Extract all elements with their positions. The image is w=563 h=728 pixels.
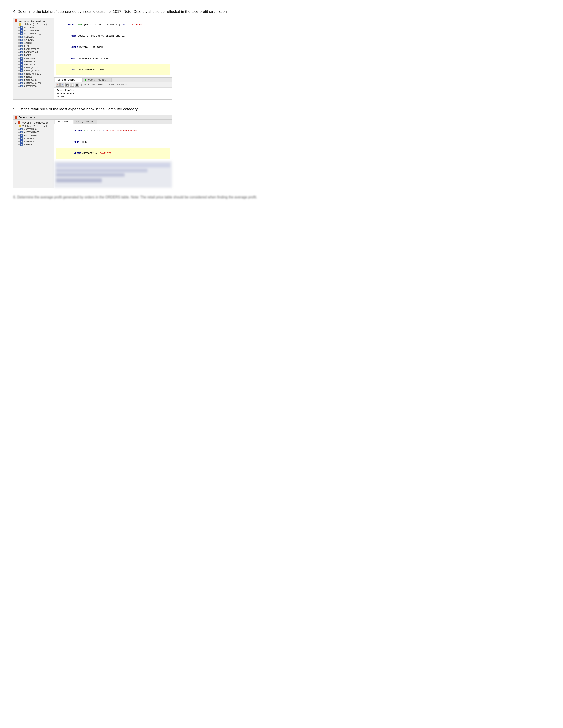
connection-icon3: ⊟	[15, 122, 16, 124]
sql-panel-2: Worksheet Query Builder SELECT MIN(RETAI…	[54, 120, 172, 188]
tree2-item: ⊞▦AUTHOR	[13, 143, 54, 146]
connections-header: Connections	[13, 115, 172, 120]
script-output-tab[interactable]: Script Output ✕	[55, 78, 83, 82]
bottom-panel-1: Script Output ✕ ▶ Query Result ✕ ★ ✎ 💾 📋…	[54, 77, 172, 99]
tables-filtered-2: ⊟ Tables (Filtered)	[13, 125, 54, 128]
sql-line1: SELECT SUM((RETAIL-COST) * QUANTITY) AS …	[56, 19, 170, 30]
tree2-item: ⊞▦ACCTMANAGER_	[13, 134, 54, 137]
tree-panel-1: cavers- Connection ⊟ Tables (Filtered) ⊞…	[13, 18, 54, 100]
sql2-line1: SELECT MIN(RETAIL) AS "Least Expensive B…	[56, 125, 170, 137]
result-dashes: ------------	[56, 92, 170, 95]
tree-item: ⊞▦COMMRATE	[13, 60, 54, 63]
tree-item-contacts: ⊞▦CONTACTS	[13, 63, 54, 66]
sql-line2: FROM BOOKS B, ORDERS O, ORDERITEMS OI	[56, 30, 170, 42]
sql-editor-1[interactable]: SELECT SUM((RETAIL-COST) * QUANTITY) AS …	[54, 18, 172, 77]
tree-item: ⊞▦AUTHOR	[13, 41, 54, 45]
copy-btn[interactable]: 📋	[70, 83, 74, 87]
tree-item-crimes: ⊞▦CRIMES	[13, 75, 54, 79]
screenshot2-body: ⊟ cavers- Connection ⊟ Tables (Filtered)…	[13, 120, 172, 188]
tree-item: ⊞▦CRIMINALS	[13, 79, 54, 82]
result-value: 59.78	[56, 95, 170, 98]
question5-text: 5. List the retail price of the least ex…	[13, 106, 268, 112]
tree-item: ⊞▦CRIMINALS_DW	[13, 82, 54, 85]
blurred-result-2	[54, 161, 172, 188]
query-builder-tab[interactable]: Query Builder	[73, 120, 97, 124]
tree-item: ⊞▦ALIASES	[13, 35, 54, 38]
sql-line4: AND O.ORDER# = OI.ORDER#	[56, 53, 170, 64]
tree-item: ⊞▦CRIME_CHARGE	[13, 66, 54, 69]
tables-filtered: ⊟ Tables (Filtered)	[13, 23, 54, 26]
tab-bar-2: Worksheet Query Builder	[54, 120, 172, 124]
result-area-1: Total Profit ------------ 59.78	[54, 88, 172, 99]
run-btn[interactable]: ★	[56, 83, 60, 87]
extra-btn[interactable]: ⬛	[75, 83, 79, 87]
tree-item: ⊞▦CRIME_OFFICER	[13, 72, 54, 75]
status-text: | Task completed in 0.082 seconds	[81, 83, 127, 86]
result-header: Total Profit	[56, 89, 170, 92]
folder-icon	[19, 23, 21, 26]
play-icon: ▶	[85, 79, 87, 81]
screenshot2: Connections ⊟ cavers- Connection ⊟ Table…	[13, 115, 172, 188]
save-btn[interactable]: 💾	[65, 83, 69, 87]
connection-icon2	[15, 116, 17, 119]
question4-text: 4. Determine the total profit generated …	[13, 9, 268, 15]
connection-title: cavers- Connection	[13, 19, 54, 23]
conn-icon-red	[18, 121, 20, 124]
edit-btn[interactable]: ✎	[60, 83, 64, 87]
sql2-line3: WHERE CATEGORY = 'COMPUTER';	[56, 148, 170, 159]
tree-item: ⊞▦ACCTMANAGER	[13, 29, 54, 32]
tree-item: ⊞▦ACCTBONUS	[13, 26, 54, 29]
folder-icon-2	[19, 125, 21, 127]
tree-item: ⊞▦APPEALS	[13, 38, 54, 41]
question6-text: 6. Determine the average profit generate…	[13, 195, 268, 200]
tree-item: ⊞▦BOOK_STORES	[13, 48, 54, 51]
sql2-line2: FROM BOOKS	[56, 137, 170, 148]
tab-bar-1: Script Output ✕ ▶ Query Result ✕	[54, 78, 172, 82]
tree-item: ⊞▦CUSTOMERS	[13, 85, 54, 88]
tree-item: ⊞▦ACCTMANAGER_	[13, 32, 54, 35]
connection-icon	[15, 19, 17, 22]
sql-line3: WHERE B.ISBN = OI.ISBN	[56, 42, 170, 53]
query-result-tab[interactable]: ▶ Query Result ✕	[83, 78, 112, 82]
tree2-item: ⊞▦ALIASES	[13, 137, 54, 140]
toolbar-row-1: ★ ✎ 💾 📋 ⬛ | Task completed in 0.082 seco…	[54, 82, 172, 88]
tree2-item: ⊞▦ACCTMANAGER	[13, 131, 54, 134]
tree2-item: ⊞▦ACCTBONUS	[13, 128, 54, 131]
worksheet-tab[interactable]: Worksheet	[55, 120, 73, 124]
sql-panel-1: SELECT SUM((RETAIL-COST) * QUANTITY) AS …	[54, 18, 172, 100]
tab-close-icon[interactable]: ✕	[79, 79, 80, 81]
minus-icon-2: ⊟	[17, 125, 18, 128]
tree-item: ⊞▦BOOKAUTHOR	[13, 51, 54, 54]
tree-item: ⊞▦BENEFITS	[13, 45, 54, 48]
tree-item: ⊞▦BOOKS	[13, 54, 54, 57]
tree-item: ⊞▦CRIME_CODES	[13, 69, 54, 72]
connection-title-2: ⊟ cavers- Connection	[13, 120, 54, 125]
sql-line5: AND O.CUSTOMER# = 1017;	[56, 64, 170, 75]
screenshot1: cavers- Connection ⊟ Tables (Filtered) ⊞…	[13, 18, 172, 100]
tree-item-category: ⊞▦CATEGORY	[13, 57, 54, 60]
tree-panel-2: ⊟ cavers- Connection ⊟ Tables (Filtered)…	[13, 120, 54, 188]
tab-close-icon2[interactable]: ✕	[108, 79, 109, 81]
sql-editor-2[interactable]: SELECT MIN(RETAIL) AS "Least Expensive B…	[54, 124, 172, 160]
minus-icon: ⊟	[17, 23, 18, 26]
tree2-item: ⊞▦APPEALS	[13, 140, 54, 143]
